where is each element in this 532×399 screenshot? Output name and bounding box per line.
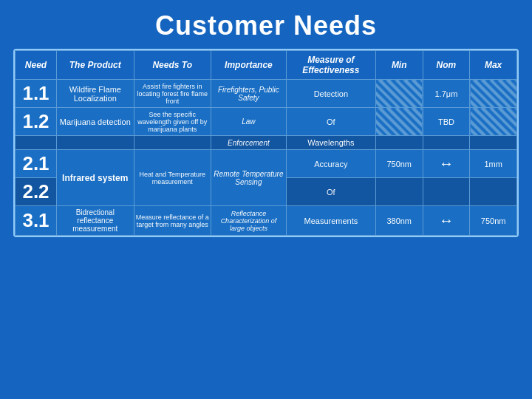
need-number: 1.2	[16, 108, 57, 136]
product-cell: Marijuana detection	[57, 108, 134, 136]
max-cell	[470, 108, 517, 136]
nom-cell: TBD	[423, 108, 470, 136]
nom-cell: ↔	[423, 150, 470, 178]
nom-cell: ↔	[423, 206, 470, 236]
min-cell	[375, 80, 423, 108]
nom-cell	[423, 178, 470, 206]
importance-cell: Law	[211, 108, 286, 136]
table-row: 3.1 Bidrectional reflectance measurement…	[16, 206, 517, 236]
needsto-cell	[134, 136, 211, 150]
min-cell	[375, 178, 423, 206]
main-table-wrapper: Need The Product Needs To Importance Mea…	[13, 49, 519, 237]
needsto-cell: Assist fire fighters in locating forest …	[134, 80, 211, 108]
table-row: 1.1 Wildfire Flame Localization Assist f…	[16, 80, 517, 108]
product-cell	[57, 136, 134, 150]
min-cell: 750nm	[375, 150, 423, 178]
product-cell: Infrared system	[57, 150, 134, 206]
need-number	[16, 136, 57, 150]
moe-cell: Of	[286, 178, 375, 206]
max-cell	[470, 178, 517, 206]
max-cell	[470, 136, 517, 150]
nom-cell: 1.7μm	[423, 80, 470, 108]
need-number: 1.1	[16, 80, 57, 108]
min-cell	[375, 108, 423, 136]
need-number: 2.2	[16, 178, 57, 206]
moe-cell: Accuracy	[286, 150, 375, 178]
min-cell	[375, 136, 423, 150]
need-number: 3.1	[16, 206, 57, 236]
needsto-cell: See the specific wavelength given off by…	[134, 108, 211, 136]
header-row: Need The Product Needs To Importance Mea…	[16, 51, 517, 80]
page-title: Customer Needs	[0, 0, 532, 49]
header-max: Max	[470, 51, 517, 80]
importance-cell: Reflectance Characterization of large ob…	[211, 206, 286, 236]
importance-cell: Enforcement	[211, 136, 286, 150]
table-row: 1.2 Marijuana detection See the specific…	[16, 108, 517, 136]
need-number: 2.1	[16, 150, 57, 178]
importance-cell: Remote Temperature Sensing	[211, 150, 286, 206]
nom-cell	[423, 136, 470, 150]
importance-cell: Firefighters, Public Safety	[211, 80, 286, 108]
moe-cell: Detection	[286, 80, 375, 108]
header-need: Need	[16, 51, 57, 80]
header-min: Min	[375, 51, 423, 80]
max-cell: 750nm	[470, 206, 517, 236]
product-cell: Wildfire Flame Localization	[57, 80, 134, 108]
table-row: Enforcement Wavelengths	[16, 136, 517, 150]
moe-cell: Measurements	[286, 206, 375, 236]
moe-cell: Wavelengths	[286, 136, 375, 150]
needsto-cell: Heat and Temperature measurement	[134, 150, 211, 206]
product-cell: Bidrectional reflectance measurement	[57, 206, 134, 236]
max-cell: 1mm	[470, 150, 517, 178]
header-nom: Nom	[423, 51, 470, 80]
header-needsto: Needs To	[134, 51, 211, 80]
header-product: The Product	[57, 51, 134, 80]
header-moe: Measure of Effectiveness	[286, 51, 375, 80]
customer-needs-table: Need The Product Needs To Importance Mea…	[15, 50, 517, 236]
moe-cell: Of	[286, 108, 375, 136]
max-cell	[470, 80, 517, 108]
min-cell: 380nm	[375, 206, 423, 236]
needsto-cell: Measure reflectance of a target from man…	[134, 206, 211, 236]
header-importance: Importance	[211, 51, 286, 80]
table-row: 2.1 Infrared system Heat and Temperature…	[16, 150, 517, 178]
